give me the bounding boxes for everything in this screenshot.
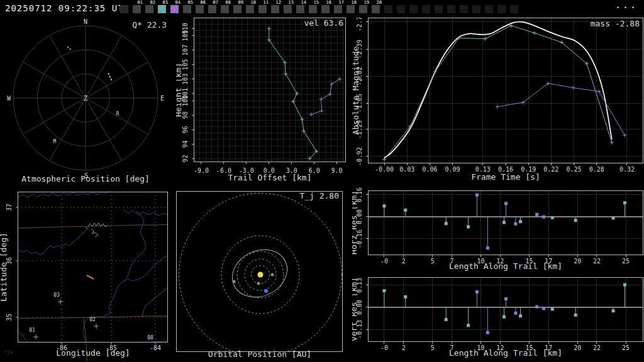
overflow-menu-button[interactable]: ... — [615, 0, 638, 11]
camera-slot-blank[interactable] — [120, 0, 128, 18]
camera-slot-number: 01 — [138, 1, 143, 5]
camera-slot-blank[interactable] — [409, 0, 418, 18]
camera-slot-blank[interactable] — [510, 0, 518, 18]
camera-slot-blank[interactable] — [460, 0, 468, 18]
residual-point — [535, 213, 538, 216]
residual-point — [504, 202, 508, 205]
camera-slot-07[interactable]: 07 — [208, 0, 216, 18]
data-point-marker — [309, 112, 313, 116]
station-marker-label-01: 01 — [29, 327, 35, 333]
panel-frame — [177, 192, 343, 352]
horz_res-chart: -0257101215172022250.160.00-0.16Length A… — [352, 187, 643, 271]
residual-point — [519, 220, 522, 223]
camera-slot-blank[interactable] — [397, 0, 405, 18]
data-point-marker — [267, 26, 271, 30]
camera-slot-blank[interactable] — [447, 0, 455, 18]
polar-spoke — [50, 35, 86, 98]
camera-slot-19[interactable]: 19 — [359, 0, 367, 18]
camera-slot-number: 11 — [264, 1, 269, 5]
top-bar: 20250712 09:22:35 UTC 010203040506070809… — [0, 0, 644, 18]
camera-slot-box — [359, 5, 367, 13]
camera-slot-10[interactable]: 10 — [246, 0, 254, 18]
series-fit-curve — [384, 22, 612, 158]
residual-point — [382, 204, 386, 207]
camera-slot-08[interactable]: 08 — [221, 0, 229, 18]
x-tick-label: -0 — [380, 258, 388, 265]
meteor-ground-track — [87, 275, 94, 279]
camera-slot-blank[interactable] — [485, 0, 493, 18]
camera-slot-01[interactable]: 01 — [133, 0, 141, 18]
data-point-marker — [291, 99, 295, 103]
sun-dot — [258, 272, 264, 278]
residual-point — [551, 216, 554, 219]
x-axis-label: Orbital Position [AU] — [208, 349, 311, 359]
camera-slot-box — [435, 5, 443, 13]
camera-slot-box — [284, 5, 292, 13]
camera-slot-box — [334, 5, 342, 13]
camera-slot-number: 03 — [163, 1, 168, 5]
magnitude-chart: -0.000.030.060.090.130.160.190.220.250.2… — [352, 18, 643, 182]
camera-slot-box — [447, 5, 455, 13]
camera-slot-box — [145, 5, 153, 13]
y-tick-label: 96 — [182, 126, 189, 133]
earth-dot — [264, 289, 268, 293]
series-station-03 — [382, 283, 626, 327]
panel-horizontal-residuals: -0257101215172022250.160.00-0.16Length A… — [352, 187, 644, 274]
data-point-marker — [533, 31, 536, 35]
polar-spoke — [86, 62, 148, 99]
series-station-04 — [475, 290, 545, 334]
residual-point — [623, 283, 626, 287]
camera-slot-12[interactable]: 12 — [271, 0, 279, 18]
camera-slot-17[interactable]: 17 — [334, 0, 342, 18]
camera-slot-20[interactable]: 20 — [372, 0, 380, 18]
camera-slot-box — [133, 5, 141, 13]
x-tick-label: 5 — [431, 258, 435, 265]
residual-point — [542, 216, 545, 219]
residual-point — [445, 222, 448, 225]
camera-slot-blank[interactable] — [435, 0, 443, 18]
panel-atmospheric-position: NSWEZRMQ* 22.3Atmospheric Position [deg] — [0, 18, 176, 187]
x-axis-label: Length Along Trail [km] — [449, 261, 562, 271]
camera-slot-14[interactable]: 14 — [296, 0, 304, 18]
camera-slot-02[interactable]: 02 — [145, 0, 153, 18]
polar-spoke — [23, 98, 86, 134]
camera-slot-box — [497, 5, 506, 13]
data-point-marker — [623, 133, 626, 137]
camera-slot-blank[interactable] — [384, 0, 392, 18]
city-outline — [86, 227, 87, 229]
plot-frame — [194, 18, 346, 162]
camera-slot-18[interactable]: 18 — [347, 0, 355, 18]
residual-point — [574, 219, 577, 222]
data-point-marker — [597, 89, 601, 93]
panel-velocity-profile: -9.0-6.0-3.00.03.06.09.09294969810010110… — [176, 18, 352, 187]
camera-slot-04[interactable]: 04 — [170, 0, 179, 18]
camera-slot-13[interactable]: 13 — [284, 0, 292, 18]
camera-slot-11[interactable]: 11 — [258, 0, 267, 18]
x-tick-label: 0.03 — [399, 166, 414, 173]
camera-slot-blank[interactable] — [472, 0, 480, 18]
river — [18, 227, 90, 255]
camera-slot-blank[interactable] — [422, 0, 430, 18]
series-line — [269, 28, 316, 158]
camera-slot-03[interactable]: 03 — [158, 0, 166, 18]
polar-spoke — [23, 62, 86, 99]
x-tick-label: -9.0 — [194, 167, 209, 174]
camera-slot-box — [384, 5, 392, 13]
planet-dot — [257, 282, 260, 285]
y-tick-label: 92 — [182, 155, 189, 162]
camera-slot-06[interactable]: 06 — [196, 0, 204, 18]
camera-slot-blank[interactable] — [497, 0, 506, 18]
camera-slot-16[interactable]: 16 — [321, 0, 330, 18]
camera-slot-09[interactable]: 09 — [233, 0, 242, 18]
camera-slot-number: 20 — [377, 1, 382, 5]
residual-point — [502, 315, 506, 319]
y-tick-label: 110 — [182, 23, 189, 34]
camera-slot-box — [422, 5, 430, 13]
series-station-03 — [382, 201, 626, 228]
residual-point — [382, 289, 386, 292]
residual-point — [486, 331, 489, 334]
atmospheric-polar-plot: NSWEZRMQ* 22.3Atmospheric Position [deg] — [7, 18, 167, 184]
camera-slot-15[interactable]: 15 — [309, 0, 317, 18]
camera-slot-05[interactable]: 05 — [183, 0, 191, 18]
y-axis-label: Horz Res [km] — [352, 190, 358, 255]
